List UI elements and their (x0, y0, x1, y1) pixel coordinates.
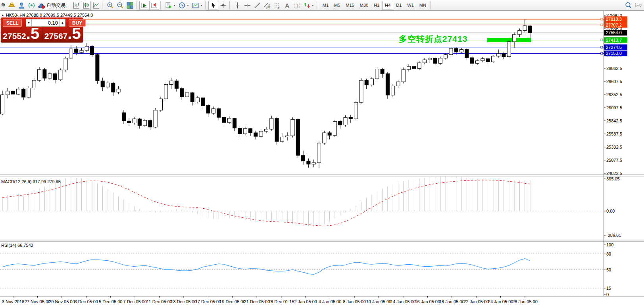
line-chart-button[interactable] (91, 1, 101, 10)
dropdown-caret-icon[interactable]: ▼ (173, 4, 176, 7)
horizontal-line-button[interactable] (242, 1, 252, 10)
chart-canvas[interactable]: 27890.027635.027380.027125.026862.526607… (0, 11, 644, 308)
sell-button[interactable]: SELL (3, 19, 22, 27)
fibonacci-button[interactable]: F (272, 1, 282, 10)
signal-icon (28, 2, 35, 9)
dropdown-caret-icon[interactable]: ▼ (186, 4, 189, 7)
vertical-line-button[interactable] (233, 1, 242, 10)
dropdown-caret-icon[interactable]: ▼ (200, 4, 203, 7)
volume-increase-button[interactable]: ▲ (60, 19, 65, 27)
deposit-button[interactable] (7, 1, 17, 10)
chat-button[interactable] (633, 1, 643, 10)
equidistant-channel-button[interactable]: E (262, 1, 272, 10)
crosshair-button[interactable] (218, 1, 228, 10)
svg-text:E: E (268, 6, 270, 9)
templates-button[interactable]: ▼ (190, 1, 204, 10)
line-end-marker[interactable] (601, 46, 603, 48)
dropdown-caret-icon[interactable]: ▼ (311, 4, 314, 7)
indicators-button[interactable]: ▼ (163, 1, 177, 10)
candle-8 (43, 70, 46, 78)
candle-68 (359, 80, 363, 103)
candle-18 (96, 54, 99, 81)
candle-24 (127, 121, 131, 123)
arrows-icon (303, 2, 311, 9)
candle-97 (513, 35, 516, 42)
timeframe-h1-button[interactable]: H1 (371, 1, 382, 10)
candle-27 (143, 120, 147, 126)
buy-price[interactable]: 27567.5 (42, 27, 83, 42)
price-tick-label: 26097.5 (606, 105, 622, 110)
zoom-out-button[interactable] (115, 1, 125, 10)
timeframe-m15-button[interactable]: M15 (343, 1, 357, 10)
time-tick-label: 14 Jan 05:00 (390, 299, 416, 304)
text-label-button[interactable]: T (292, 1, 302, 10)
clock-icon (178, 2, 186, 9)
chart-title-text: HK50-,H4 27688.0 27699.5 27449.5 27554.0 (6, 13, 93, 17)
time-tick-label: 4 Jan 05:00 (319, 299, 342, 304)
candle-9 (48, 74, 52, 78)
candle-26 (138, 119, 141, 126)
cursor-button[interactable] (208, 1, 218, 10)
line-end-marker[interactable] (601, 52, 603, 54)
timeframe-m30-button[interactable]: M30 (357, 1, 371, 10)
svg-text:T: T (296, 2, 298, 8)
arrows-button[interactable]: ▼ (302, 1, 315, 10)
sell-price-pips: .5 (26, 25, 39, 41)
timeframe-m1-button[interactable]: M1 (320, 1, 331, 10)
price-tick-label: 25077.5 (606, 158, 622, 163)
chart-candles-icon (82, 2, 90, 9)
orders-menu-partial[interactable]: 单 (1, 2, 6, 9)
candle-90 (476, 61, 479, 63)
sell-price-main: 27552 (3, 32, 26, 41)
candle-57 (302, 155, 305, 161)
zoom-in-button[interactable] (105, 1, 115, 10)
search-button[interactable] (623, 1, 633, 10)
signals-button[interactable] (27, 1, 37, 10)
timeframe-h4-button[interactable]: H4 (382, 1, 393, 10)
candle-58 (307, 161, 310, 164)
candle-34 (180, 89, 184, 97)
price-badge-label: 27413.7 (606, 38, 622, 43)
candle-5 (27, 88, 31, 97)
time-tick-label: 28 Dec 01:15 (268, 299, 294, 304)
candle-6 (32, 80, 36, 88)
chat-icon (634, 2, 642, 9)
price-badge-label: 27274.5 (606, 45, 622, 50)
candle-70 (370, 79, 374, 85)
candle-33 (175, 81, 178, 88)
tile-windows-icon (126, 2, 134, 9)
line-end-marker[interactable] (601, 18, 603, 20)
candle-49 (259, 131, 263, 136)
chart-shift-button[interactable] (149, 1, 159, 10)
candle-15 (80, 50, 83, 52)
text-button[interactable]: A (282, 1, 292, 10)
candle-0 (1, 95, 4, 114)
candle-39 (206, 105, 210, 113)
candle-92 (486, 59, 490, 62)
line-end-marker[interactable] (601, 39, 603, 41)
candlestick-chart-button[interactable] (81, 1, 91, 10)
line-end-marker[interactable] (601, 24, 603, 26)
timeframe-m5-button[interactable]: M5 (331, 1, 343, 10)
trader-icon (18, 2, 25, 9)
candle-76 (402, 70, 405, 82)
sell-price[interactable]: 27552.5 (1, 27, 42, 42)
price-badge-label: 27153.8 (606, 51, 622, 56)
trendline-button[interactable] (252, 1, 262, 10)
candle-51 (270, 118, 273, 129)
bar-chart-button[interactable] (71, 1, 81, 10)
periods-button[interactable]: ▼ (177, 1, 190, 10)
timeframe-mn-button[interactable]: MN (417, 1, 429, 10)
autotrading-button[interactable]: 自动交易 (37, 1, 67, 10)
auto-scroll-button[interactable] (139, 1, 149, 10)
accounts-button[interactable] (17, 1, 27, 10)
timeframe-w1-button[interactable]: W1 (404, 1, 417, 10)
pivot-annotation-text[interactable]: 多空转折点27413 (399, 33, 467, 45)
toolbar-separator (229, 1, 231, 9)
time-tick-label: 5 Dec 05:00 (99, 299, 122, 304)
candle-54 (286, 136, 289, 137)
collapse-triangle-icon[interactable]: ▲ (1, 14, 4, 17)
candle-63 (333, 122, 336, 136)
timeframe-d1-button[interactable]: D1 (393, 1, 404, 10)
tile-windows-button[interactable] (125, 1, 135, 10)
